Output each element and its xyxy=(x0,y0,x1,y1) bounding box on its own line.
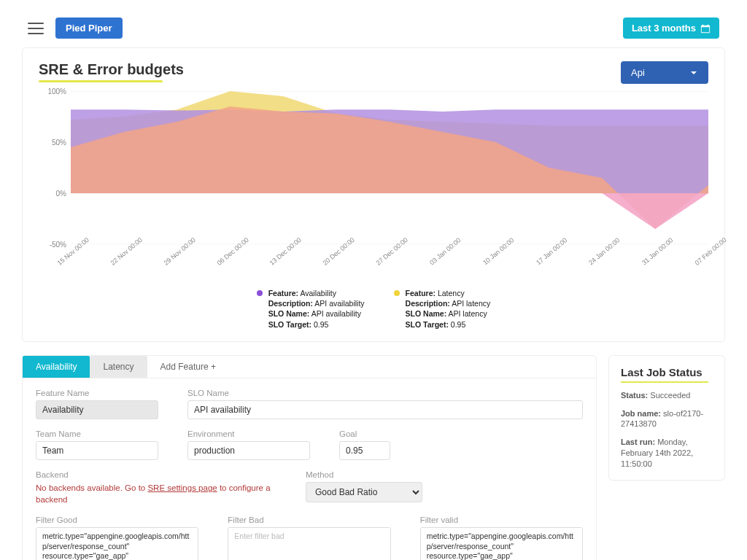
feature-name-input[interactable] xyxy=(36,400,158,419)
environment-input[interactable] xyxy=(187,441,310,460)
menu-icon[interactable] xyxy=(28,23,44,34)
job-status-card: Last Job Status Status: Succeeded Job na… xyxy=(608,355,725,481)
goal-label: Goal xyxy=(339,429,398,438)
legend-entry: Feature: LatencyDescription: API latency… xyxy=(394,288,491,330)
filter-bad-label: Filter Bad xyxy=(228,516,390,524)
backend-label: Backend xyxy=(36,470,276,479)
goal-input[interactable] xyxy=(339,441,390,460)
filter-good-label: Filter Good xyxy=(36,516,198,524)
chevron-down-icon xyxy=(689,69,698,77)
feature-scope-select[interactable]: Api xyxy=(621,61,708,84)
tab-availability[interactable]: Availability xyxy=(23,356,90,378)
filter-good-textarea[interactable] xyxy=(36,527,198,560)
brand-badge[interactable]: Pied Piper xyxy=(55,18,123,39)
job-status-value: Succeeded xyxy=(650,391,690,400)
tab-latency[interactable]: Latency xyxy=(90,356,147,378)
method-select[interactable]: Good Bad Ratio xyxy=(306,482,422,502)
method-label: Method xyxy=(306,470,422,479)
sre-settings-link[interactable]: SRE settings page xyxy=(147,483,217,492)
feature-name-label: Feature Name xyxy=(36,389,158,397)
slo-name-label: SLO Name xyxy=(187,389,583,397)
slo-name-input[interactable] xyxy=(187,400,583,419)
time-range-selector[interactable]: Last 3 months xyxy=(623,18,719,39)
job-status-title: Last Job Status xyxy=(621,366,713,383)
chart-card: SRE & Error budgets Api -50%0%50%100% 15… xyxy=(22,47,725,342)
time-range-label: Last 3 months xyxy=(632,23,696,34)
legend-swatch xyxy=(257,290,263,296)
error-budget-chart: -50%0%50%100% 15 Nov 00:0022 Nov 00:0029… xyxy=(39,91,708,266)
filter-valid-textarea[interactable] xyxy=(420,527,583,560)
backend-warning: No backends available. Go to SRE setting… xyxy=(36,482,276,505)
chart-title: SRE & Error budgets xyxy=(39,61,184,82)
legend-entry: Feature: AvailabilityDescription: API av… xyxy=(257,288,365,330)
team-name-input[interactable] xyxy=(36,441,158,460)
legend-swatch xyxy=(394,290,400,296)
filter-bad-textarea[interactable] xyxy=(228,527,390,560)
environment-label: Environment xyxy=(187,429,310,438)
team-name-label: Team Name xyxy=(36,429,158,438)
filter-valid-label: Filter valid xyxy=(420,516,583,524)
calendar-icon xyxy=(700,23,711,34)
feature-config-card: AvailabilityLatencyAdd Feature + Feature… xyxy=(22,355,597,560)
tab-add-feature-[interactable]: Add Feature + xyxy=(147,356,229,378)
